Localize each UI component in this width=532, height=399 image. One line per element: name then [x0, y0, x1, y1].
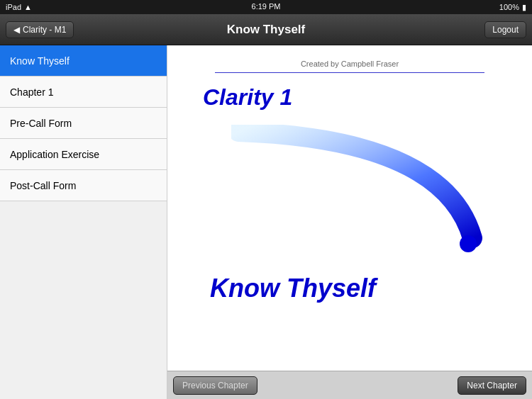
swoosh-graphic	[189, 125, 511, 266]
back-button[interactable]: ◀ Clarity - M1	[6, 21, 74, 38]
sidebar-item-know-thyself[interactable]: Know Thyself	[0, 45, 167, 77]
back-arrow-icon: ◀	[13, 25, 20, 35]
created-by-text: Created by Campbell Fraser	[301, 60, 399, 68]
status-time: 6:19 PM	[252, 2, 281, 11]
sidebar-item-application-exercise[interactable]: Application Exercise	[0, 139, 167, 170]
sidebar-item-label: Application Exercise	[10, 149, 99, 160]
device-label: iPad	[6, 3, 21, 11]
sidebar-item-label: Chapter 1	[10, 86, 53, 98]
battery-label: 100%	[499, 3, 519, 11]
swoosh-svg	[231, 125, 487, 266]
status-right: 100% ▮	[499, 3, 526, 12]
sidebar-item-pre-call-form[interactable]: Pre-Call Form	[0, 108, 167, 139]
sidebar-item-label: Pre-Call Form	[10, 118, 72, 129]
next-chapter-button[interactable]: Next Chapter	[458, 376, 526, 395]
logout-button[interactable]: Logout	[484, 21, 526, 38]
bottom-bar: Previous Chapter Next Chapter	[167, 371, 532, 399]
content-title: Clarity 1	[189, 84, 292, 111]
main-layout: Know Thyself Chapter 1 Pre-Call Form App…	[0, 45, 532, 399]
sidebar-item-post-call-form[interactable]: Post-Call Form	[0, 170, 167, 201]
content-area: Created by Campbell Fraser Clarity 1	[167, 45, 532, 399]
content-subtitle: Know Thyself	[189, 274, 376, 303]
status-left: iPad ▲	[6, 3, 32, 11]
status-bar: iPad ▲ 6:19 PM 100% ▮	[0, 0, 532, 14]
sidebar-item-chapter-1[interactable]: Chapter 1	[0, 77, 167, 108]
nav-bar: ◀ Clarity - M1 Know Thyself Logout	[0, 14, 532, 45]
sidebar-item-label: Post-Call Form	[10, 180, 76, 191]
svg-point-0	[460, 235, 477, 252]
content-divider	[215, 72, 484, 73]
prev-chapter-button[interactable]: Previous Chapter	[173, 376, 257, 395]
battery-icon: ▮	[522, 3, 526, 12]
sidebar: Know Thyself Chapter 1 Pre-Call Form App…	[0, 45, 167, 399]
wifi-icon: ▲	[24, 3, 32, 11]
sidebar-item-label: Know Thyself	[10, 55, 70, 67]
content-scroll: Created by Campbell Fraser Clarity 1	[167, 45, 532, 371]
back-label: Clarity - M1	[23, 25, 66, 35]
nav-title: Know Thyself	[227, 14, 306, 45]
